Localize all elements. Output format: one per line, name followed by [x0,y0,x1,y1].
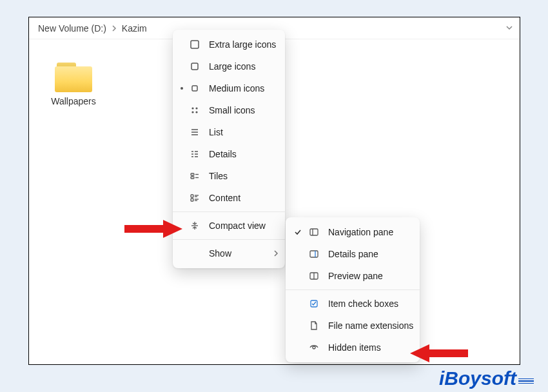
menu-item-label: Content [202,193,240,203]
submenu-item-label: Details pane [322,249,378,259]
submenu-item-label: Item check boxes [322,299,398,309]
grid-4-icon [187,105,202,115]
menu-item-extra-large-icons[interactable]: Extra large icons [173,34,285,55]
menu-item-tiles[interactable]: Tiles [173,165,285,187]
annotation-arrow-hidden-items [410,342,471,365]
svg-rect-29 [310,251,318,257]
chevron-down-icon[interactable] [505,25,513,30]
menu-item-label: Medium icons [202,83,264,93]
svg-rect-23 [191,199,193,201]
svg-rect-16 [191,173,194,175]
checkbox-icon [306,299,322,309]
eye-icon [306,342,322,353]
brand-text: iBoysoft [439,368,516,389]
svg-rect-27 [310,229,318,235]
annotation-arrow-show [122,217,182,240]
submenu-item-label: Hidden items [322,342,381,353]
svg-point-4 [195,107,197,109]
brand-logo: iBoysoft [439,368,534,389]
svg-point-3 [191,107,193,109]
svg-rect-0 [191,41,199,48]
menu-divider [173,211,285,212]
menu-item-label: Details [202,149,237,159]
folder-label: Wallpapers [51,96,96,106]
breadcrumb-current[interactable]: Kazim [119,23,150,34]
check-indicator [289,228,306,236]
folder-wallpapers[interactable]: Wallpapers [44,63,103,106]
menu-item-list[interactable]: List [173,121,285,143]
menu-divider [173,239,285,240]
show-submenu[interactable]: Navigation pane Details pane Preview pan… [286,217,420,362]
menu-item-show[interactable]: Show [173,242,285,264]
menu-item-label: List [202,127,223,137]
svg-rect-2 [192,86,197,91]
menu-item-details[interactable]: Details [173,143,285,165]
menu-item-label: Compact view [202,220,266,231]
submenu-item-label: Preview pane [322,271,383,281]
folder-icon [55,63,92,92]
chevron-right-icon [267,250,279,257]
content-lines-icon [187,193,202,203]
menu-item-content[interactable]: Content [173,187,285,209]
menu-divider [286,289,420,290]
submenu-item-label: File name extensions [322,320,413,331]
submenu-item-item-check-boxes[interactable]: Item check boxes [286,293,420,315]
menu-item-medium-icons[interactable]: Medium icons [173,77,285,99]
svg-point-6 [195,111,197,113]
menu-item-label: Extra large icons [202,39,276,50]
pane-split-icon [306,271,322,281]
brand-stripes-icon [518,378,534,384]
menu-item-label: Tiles [202,171,228,181]
breadcrumb-parent[interactable]: New Volume (D:) [35,23,109,34]
submenu-item-details-pane[interactable]: Details pane [286,243,420,265]
submenu-item-file-name-extensions[interactable]: File name extensions [286,315,420,337]
submenu-item-navigation-pane[interactable]: Navigation pane [286,221,420,243]
menu-item-small-icons[interactable]: Small icons [173,99,285,121]
details-lines-icon [187,149,202,159]
menu-item-label: Small icons [202,105,255,115]
chevron-right-icon [109,25,119,32]
selection-indicator [177,87,187,90]
submenu-item-label: Navigation pane [322,227,393,237]
svg-point-34 [313,346,315,349]
menu-item-label: Large icons [202,61,255,72]
svg-marker-36 [163,220,182,238]
compact-icon [187,220,202,231]
square-large-icon [187,61,202,72]
svg-point-5 [191,111,193,113]
list-lines-icon [187,127,202,137]
svg-marker-38 [410,344,429,362]
pane-left-icon [306,227,322,237]
tiles-icon [187,171,202,181]
file-icon [306,320,322,331]
square-large-icon [187,39,202,50]
menu-item-large-icons[interactable]: Large icons [173,55,285,77]
submenu-item-hidden-items[interactable]: Hidden items [286,337,420,358]
view-context-menu[interactable]: Extra large icons Large icons Medium ico… [173,30,285,268]
square-medium-icon [187,83,202,93]
menu-item-compact-view[interactable]: Compact view [173,215,285,237]
svg-rect-18 [191,177,194,179]
svg-rect-1 [191,63,198,70]
submenu-item-preview-pane[interactable]: Preview pane [286,265,420,287]
svg-rect-20 [191,195,193,197]
menu-item-label: Show [202,248,231,259]
pane-right-icon [306,249,322,259]
